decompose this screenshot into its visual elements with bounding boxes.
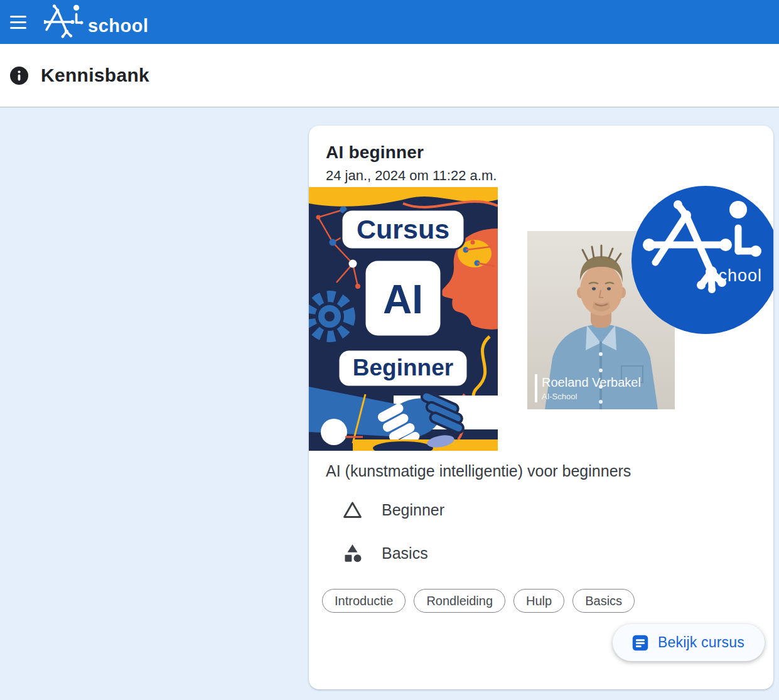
category-icon [342, 543, 363, 563]
author-name: Roeland Verbakel [542, 375, 641, 389]
app-header: school [0, 0, 779, 44]
article-icon [631, 634, 649, 652]
logo-badge-text: school [709, 266, 762, 285]
tag-chip-introductie[interactable]: Introductie [322, 589, 406, 613]
level-row: Beginner [342, 500, 444, 519]
tag-chip-hulp[interactable]: Hulp [513, 589, 564, 613]
tag-chip-rondleiding[interactable]: Rondleiding [414, 589, 505, 613]
course-date: 24 jan., 2024 om 11:22 a.m. [326, 168, 497, 184]
page-title-bar: Kennisbank [0, 44, 779, 107]
poster-badge-top: Cursus [357, 214, 449, 244]
course-description: AI (kunstmatige intelligentie) voor begi… [326, 462, 631, 480]
brand-logo: school [44, 3, 148, 41]
level-label: Beginner [382, 501, 444, 519]
ai-school-logo-badge: school [631, 186, 773, 334]
menu-button[interactable] [10, 9, 35, 35]
course-title: AI beginner [326, 143, 424, 163]
category-label: Basics [382, 544, 428, 563]
course-card: AI beginner 24 jan., 2024 om 11:22 a.m. [309, 126, 773, 689]
poster-badge-mid: AI [383, 277, 423, 322]
page-title: Kennisbank [41, 65, 149, 86]
ai-school-logo-icon [44, 3, 84, 41]
category-row: Basics [342, 543, 428, 563]
bekijk-cursus-label: Bekijk cursus [658, 634, 744, 651]
info-icon [10, 67, 28, 85]
tag-chip-basics[interactable]: Basics [572, 589, 635, 613]
bekijk-cursus-button[interactable]: Bekijk cursus [613, 624, 765, 661]
brand-text: school [88, 17, 148, 35]
course-poster-image: Cursus AI Beginner [309, 187, 498, 451]
triangle-outline-icon [342, 500, 363, 519]
tag-list: Introductie Rondleiding Hulp Basics [322, 589, 635, 613]
author-org: AI-School [542, 392, 577, 401]
content-area: AI beginner 24 jan., 2024 om 11:22 a.m. [0, 107, 779, 700]
poster-badge-bottom: Beginner [353, 355, 453, 380]
menu-icon [10, 16, 26, 18]
